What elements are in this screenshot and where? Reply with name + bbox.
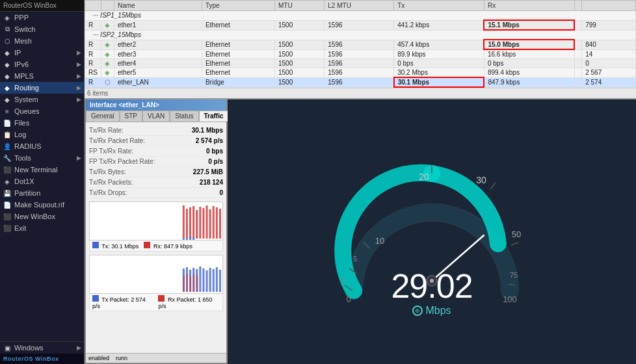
svg-rect-6 xyxy=(199,207,201,239)
table-row[interactable]: ··· ISP2_15Mbps xyxy=(85,30,636,40)
rx-cell: 847.9 kbps xyxy=(484,77,574,87)
table-row[interactable]: ··· ISP1_15Mbps xyxy=(85,11,636,21)
sidebar-item-label: Partition xyxy=(14,189,40,197)
svg-rect-32 xyxy=(190,276,191,292)
files-icon: 📄 xyxy=(3,118,12,127)
stat-value: 0 p/s xyxy=(208,158,223,165)
sidebar-item-ppp[interactable]: ◈ PPP xyxy=(0,12,84,23)
sidebar-item-label: System xyxy=(14,96,38,103)
rx-packet-dot xyxy=(158,295,165,302)
ipv6-arrow: ▶ xyxy=(77,61,81,68)
col-tx: Tx xyxy=(394,1,484,11)
stat-value: 227.5 MiB xyxy=(193,168,223,176)
log-icon: 📋 xyxy=(3,130,12,139)
svg-rect-15 xyxy=(189,237,191,240)
windows-arrow: ▶ xyxy=(77,344,81,351)
sidebar-item-switch[interactable]: ⧉ Switch xyxy=(0,23,84,35)
col-icon xyxy=(101,1,114,11)
sidebar-item-label: IPv6 xyxy=(14,60,29,68)
svg-rect-3 xyxy=(189,207,191,239)
sidebar-windows-label: Windows xyxy=(14,344,44,352)
sidebar-item-label: Queues xyxy=(14,107,40,115)
routing-icon: ◆ xyxy=(3,83,12,92)
type-cell: Ethernet xyxy=(202,59,274,68)
sidebar-item-system[interactable]: ◆ System ▶ xyxy=(0,94,84,105)
tools-icon: 🔧 xyxy=(3,153,12,162)
sidebar-item-files[interactable]: 📄 Files xyxy=(0,117,84,129)
svg-rect-30 xyxy=(183,275,185,292)
table-row[interactable]: R ◈ ether1 Ethernet 1500 1596 441.2 kbps… xyxy=(85,20,636,30)
sidebar-item-partition[interactable]: 💾 Partition xyxy=(0,187,84,199)
stat-value: 218 124 xyxy=(200,179,223,186)
icon-cell: ◈ xyxy=(101,20,114,30)
rxp-cell: 799 xyxy=(582,20,636,30)
sidebar-item-ipv6[interactable]: ◆ IPv6 ▶ xyxy=(0,58,84,70)
sidebar-item-new-terminal[interactable]: ⬛ New Terminal xyxy=(0,164,84,176)
sidebar-item-label: MPLS xyxy=(14,72,34,80)
icon-cell: ◈ xyxy=(101,59,114,68)
table-header-row: Name Type MTU L2 MTU Tx Rx xyxy=(85,1,636,11)
svg-rect-27 xyxy=(213,269,215,292)
dialog-tabs: General STP VLAN Status Traffic xyxy=(86,110,226,122)
table-row[interactable]: RS ◈ ether5 Ethernet 1500 1596 30.2 Mbps… xyxy=(85,68,636,78)
dialog-content: Tx/Rx Rate: 30.1 Mbps Tx/Rx Packet Rate:… xyxy=(86,122,226,353)
items-count: 6 items xyxy=(85,88,636,98)
rx-dot xyxy=(144,242,150,248)
svg-rect-24 xyxy=(202,268,204,292)
col-mtu: MTU xyxy=(274,1,324,11)
svg-text:5: 5 xyxy=(353,255,357,263)
type-cell: Ethernet xyxy=(202,40,274,49)
svg-rect-4 xyxy=(192,206,194,239)
svg-rect-23 xyxy=(199,266,201,292)
table-row[interactable]: R ◈ ether4 Ethernet 1500 1596 0 bps 0 bp… xyxy=(85,59,636,68)
supout-icon: 📄 xyxy=(3,200,12,209)
sidebar-item-ip[interactable]: ◆ IP ▶ xyxy=(0,47,84,58)
icon-cell: ◈ xyxy=(101,40,114,49)
sidebar-item-exit[interactable]: ⬛ Exit xyxy=(0,222,84,234)
sidebar-header: RouterOS WinBox xyxy=(0,0,84,12)
tab-general[interactable]: General xyxy=(86,110,120,122)
stat-label: Tx/Rx Rate: xyxy=(89,127,124,134)
sidebar-item-mesh[interactable]: ⬡ Mesh xyxy=(0,35,84,47)
main-area: Name Type MTU L2 MTU Tx Rx ··· ISP1_15Mb… xyxy=(85,0,636,364)
sidebar-item-new-winbox[interactable]: ⬛ New WinBox xyxy=(0,211,84,222)
stat-value: 0 bps xyxy=(206,148,223,155)
svg-rect-1 xyxy=(183,205,185,238)
sidebar-item-mpls[interactable]: ◆ MPLS ▶ xyxy=(0,70,84,82)
sidebar-brand: RouterOS WinBox xyxy=(0,354,84,364)
sidebar-item-routing[interactable]: ◆ Routing ▶ xyxy=(0,82,84,94)
stat-row: Tx/Rx Drops: 0 xyxy=(89,188,223,198)
tools-arrow: ▶ xyxy=(77,155,81,161)
stat-row: Tx/Rx Rate: 30.1 Mbps xyxy=(89,125,223,136)
sidebar-item-dot1x[interactable]: ◈ Dot1X xyxy=(0,176,84,187)
stat-label: Tx/Rx Drops: xyxy=(89,189,127,196)
txp-cell xyxy=(574,20,582,30)
sidebar-item-label: Make Supout.rif xyxy=(14,201,64,209)
svg-rect-33 xyxy=(193,274,194,292)
table-row[interactable]: R ◈ ether3 Ethernet 1500 1596 89.9 kbps … xyxy=(85,49,636,59)
sidebar-item-log[interactable]: 📋 Log xyxy=(0,129,84,140)
mesh-icon: ⬡ xyxy=(3,36,12,46)
sidebar-item-windows[interactable]: ▣ Windows ▶ xyxy=(0,342,84,354)
tab-status[interactable]: Status xyxy=(170,110,198,122)
sidebar-item-label: New Terminal xyxy=(14,166,57,174)
flag-cell: RS xyxy=(85,68,101,78)
stats-list: Tx/Rx Rate: 30.1 Mbps Tx/Rx Packet Rate:… xyxy=(89,125,223,198)
sidebar-item-radius[interactable]: 👤 RADIUS xyxy=(0,140,84,152)
brand-text: RouterOS WinBox xyxy=(3,356,59,362)
table-row[interactable]: R ◈ ether2 Ethernet 1500 1596 457.4 kbps… xyxy=(85,40,636,49)
new-winbox-icon: ⬛ xyxy=(3,212,12,221)
tab-vlan[interactable]: VLAN xyxy=(142,110,170,122)
rxp-cell: 840 xyxy=(582,40,636,49)
flag-cell: R xyxy=(85,59,101,68)
sidebar-item-queues[interactable]: ≡ Queues xyxy=(0,105,84,117)
tab-traffic[interactable]: Traffic xyxy=(199,110,229,122)
table-row[interactable]: R ⬡ ether_LAN Bridge 1500 1596 30.1 Mbps… xyxy=(85,77,636,87)
tab-stp[interactable]: STP xyxy=(120,110,142,122)
sidebar-item-make-supout[interactable]: 📄 Make Supout.rif xyxy=(0,199,84,211)
sidebar-item-label: Exit xyxy=(14,224,26,232)
type-cell: Ethernet xyxy=(202,68,274,78)
svg-rect-16 xyxy=(192,238,194,240)
chart2-tx-label: Tx Packet: 2 574 p/s xyxy=(92,296,146,309)
sidebar-item-tools[interactable]: 🔧 Tools ▶ xyxy=(0,152,84,164)
